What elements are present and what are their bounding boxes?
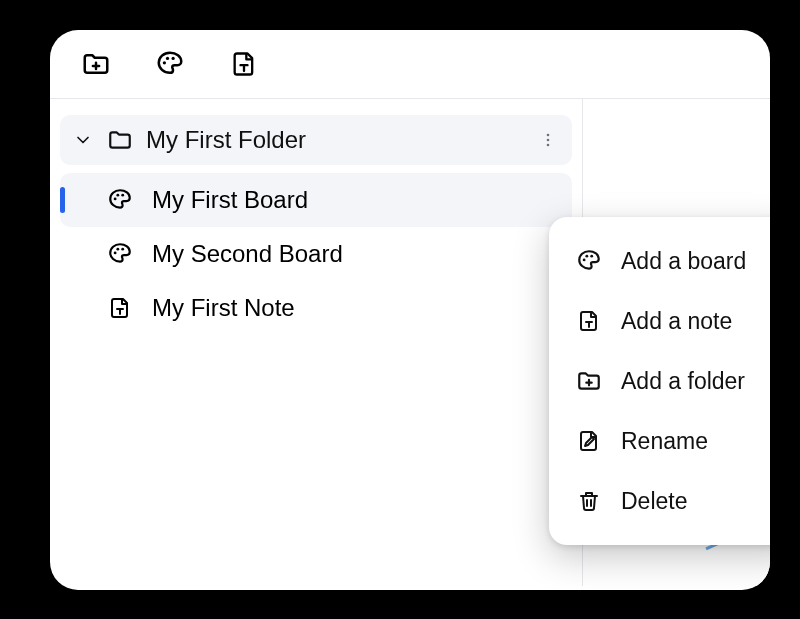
context-menu: Add a board Add a note Add a folder Rena… (549, 217, 770, 545)
sidebar-item-label: My First Note (152, 294, 295, 322)
note-icon (230, 50, 258, 78)
menu-item-label: Rename (621, 428, 708, 455)
trash-icon (575, 489, 603, 513)
sidebar-item-label: My Second Board (152, 240, 343, 268)
folder-icon (106, 127, 134, 153)
menu-delete[interactable]: Delete (557, 471, 770, 531)
menu-item-label: Delete (621, 488, 687, 515)
palette-icon (155, 49, 185, 79)
folder-plus-icon (575, 368, 603, 394)
folder-label: My First Folder (146, 126, 524, 154)
menu-rename[interactable]: Rename (557, 411, 770, 471)
menu-item-label: Add a note (621, 308, 732, 335)
sidebar-item-first-board[interactable]: My First Board (60, 173, 572, 227)
new-folder-button[interactable] (80, 48, 112, 80)
menu-item-label: Add a folder (621, 368, 745, 395)
menu-add-board[interactable]: Add a board (557, 231, 770, 291)
new-note-button[interactable] (228, 48, 260, 80)
folder-more-button[interactable] (536, 130, 560, 150)
note-icon (106, 296, 134, 320)
toolbar (50, 30, 770, 99)
menu-add-folder[interactable]: Add a folder (557, 351, 770, 411)
sidebar-item-label: My First Board (152, 186, 308, 214)
palette-icon (106, 241, 134, 267)
chevron-down-icon (72, 130, 94, 150)
sidebar-folder-row[interactable]: My First Folder (60, 115, 572, 165)
new-board-button[interactable] (154, 48, 186, 80)
menu-add-note[interactable]: Add a note (557, 291, 770, 351)
palette-icon (575, 248, 603, 274)
rename-icon (575, 429, 603, 453)
app-window: My First Folder My First Board My Secon (50, 30, 770, 590)
sidebar-item-first-note[interactable]: My First Note (60, 281, 572, 335)
sidebar-item-second-board[interactable]: My Second Board (60, 227, 572, 281)
menu-item-label: Add a board (621, 248, 746, 275)
folder-plus-icon (81, 49, 111, 79)
note-icon (575, 309, 603, 333)
palette-icon (106, 187, 134, 213)
sidebar: My First Folder My First Board My Secon (50, 99, 583, 586)
